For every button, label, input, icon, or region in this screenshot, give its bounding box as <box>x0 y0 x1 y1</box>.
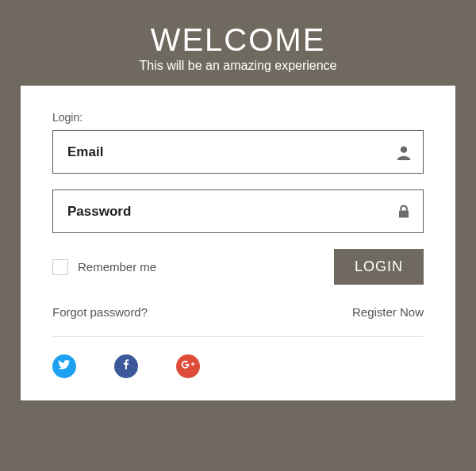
password-field[interactable] <box>53 190 423 232</box>
twitter-button[interactable] <box>52 354 76 378</box>
email-field-wrap[interactable] <box>52 130 424 174</box>
login-button[interactable]: LOGIN <box>334 249 424 285</box>
page-subtitle: This will be an amazing experience <box>139 59 336 73</box>
svg-rect-1 <box>399 210 409 217</box>
login-section-label: Login: <box>52 111 424 124</box>
page-title: WELCOME <box>139 22 336 57</box>
google-plus-button[interactable] <box>176 354 200 378</box>
remember-login-row: Remember me LOGIN <box>52 249 424 285</box>
facebook-icon <box>121 359 132 373</box>
password-field-wrap[interactable] <box>52 190 424 233</box>
social-row <box>52 354 424 378</box>
facebook-button[interactable] <box>114 354 138 378</box>
forgot-password-link[interactable]: Forgot password? <box>52 305 148 319</box>
google-plus-icon <box>181 358 195 375</box>
email-field[interactable] <box>53 131 423 173</box>
links-row: Forgot password? Register Now <box>52 305 424 337</box>
remember-label: Remember me <box>78 260 156 274</box>
remember-me[interactable]: Remember me <box>52 259 156 275</box>
login-card: Login: Remember me LOGIN Forgot password… <box>21 86 455 400</box>
svg-point-0 <box>401 146 407 152</box>
twitter-icon <box>58 358 71 374</box>
register-link[interactable]: Register Now <box>352 305 424 319</box>
remember-checkbox[interactable] <box>52 259 68 275</box>
user-icon <box>396 144 412 161</box>
page-header: WELCOME This will be an amazing experien… <box>123 0 352 86</box>
svg-marker-2 <box>191 362 194 366</box>
lock-icon <box>396 203 412 220</box>
